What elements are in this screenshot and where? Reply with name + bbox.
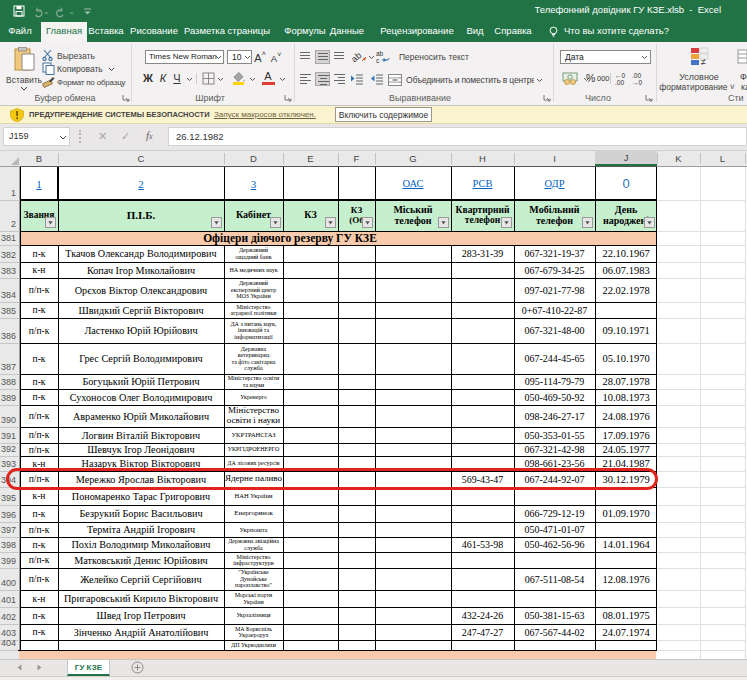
svg-text:≠: ≠ xyxy=(701,57,706,67)
svg-text:ab: ab xyxy=(352,50,363,64)
svg-text:c: c xyxy=(376,57,380,64)
